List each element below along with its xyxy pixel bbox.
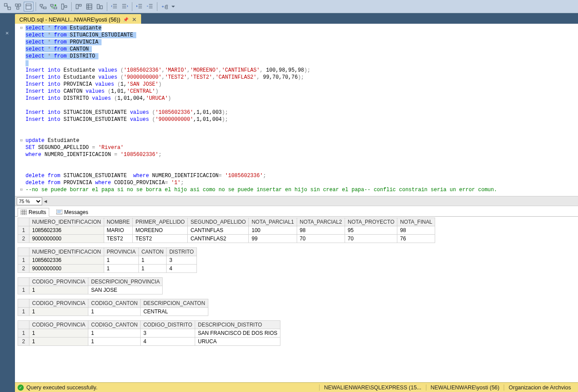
result-grid-2[interactable]: NUMERO_IDENTIFICACIONPROVINCIACANTONDIST… [18, 247, 197, 273]
toolbar-btn-2[interactable] [13, 2, 23, 11]
column-header[interactable]: NOTA_PROYECTO [345, 218, 397, 226]
cell[interactable]: 1 [104, 256, 138, 265]
cell[interactable]: 98 [297, 226, 345, 235]
toolbar-btn-5[interactable] [49, 2, 58, 11]
sql-editor[interactable]: ⊟select * from Estudiante select * from … [15, 24, 578, 196]
cell[interactable]: 4 [141, 338, 195, 346]
svg-rect-20 [97, 4, 99, 9]
table-row[interactable]: 29000000000114 [18, 265, 197, 273]
toolbar-dropdown-icon[interactable] [170, 2, 176, 11]
result-grid-1[interactable]: NUMERO_IDENTIFICACIONNOMBREPRIMER_APELLI… [18, 218, 435, 243]
uncomment-icon[interactable] [145, 2, 155, 11]
cell[interactable]: CANTINFLAS2 [188, 235, 249, 243]
cell[interactable]: 3 [167, 256, 197, 265]
cell[interactable]: SAN FRANCISCO DE DOS RIOS [195, 329, 280, 338]
outdent-icon[interactable] [109, 2, 119, 11]
toolbar-btn-3[interactable] [24, 2, 33, 11]
column-header[interactable]: NOTA_FINAL [397, 218, 435, 226]
cell[interactable]: 1 [29, 329, 88, 338]
cell[interactable]: 100 [249, 226, 297, 235]
cell[interactable]: 3 [141, 329, 195, 338]
toolbar-btn-6[interactable] [59, 2, 69, 11]
column-header[interactable]: NOTA_PARCIAL1 [249, 218, 297, 226]
table-row[interactable]: 29000000000TEST2TEST2CANTINFLAS299707076 [18, 235, 435, 243]
cell[interactable]: 1 [88, 338, 141, 346]
column-header[interactable]: DESCRIPCION_DISTRITO [195, 321, 280, 329]
results-body[interactable]: NUMERO_IDENTIFICACIONNOMBREPRIMER_APELLI… [15, 217, 578, 382]
svg-text:@: @ [164, 4, 168, 9]
result-grid-5[interactable]: CODIGO_PROVINCIACODIGO_CANTONCODIGO_DIST… [18, 320, 280, 346]
cell[interactable]: 1085602336 [29, 226, 104, 235]
zoom-select[interactable]: 75 % [17, 197, 42, 205]
column-header[interactable]: CODIGO_PROVINCIA [29, 278, 88, 286]
cell[interactable]: CENTRAL [141, 308, 208, 316]
cell[interactable]: 99 [249, 235, 297, 243]
toolbar: @ [0, 0, 578, 13]
cell[interactable]: 1 [88, 308, 141, 316]
cell[interactable]: 9000000000 [29, 235, 104, 243]
column-header[interactable]: DISTRITO [167, 248, 197, 256]
cell[interactable]: TEST2 [104, 235, 133, 243]
cell[interactable]: 1 [138, 265, 166, 273]
table-row[interactable]: 11SAN JOSE [18, 286, 163, 294]
column-header[interactable]: NUMERO_IDENTIFICACION [29, 218, 104, 226]
table-row[interactable]: 11085602336113 [18, 256, 197, 265]
column-header[interactable]: CODIGO_DISTRITO [141, 321, 195, 329]
tab-messages[interactable]: Messages [54, 208, 91, 216]
column-header[interactable]: DESCRIPCION_PROVINCIA [88, 278, 163, 286]
table-row[interactable]: 111CENTRAL [18, 308, 208, 316]
cell[interactable]: 1 [104, 265, 138, 273]
panel-close-icon[interactable]: ✕ [3, 31, 11, 37]
toolbar-btn-7[interactable] [74, 2, 84, 11]
cell[interactable]: URUCA [195, 338, 280, 346]
column-header[interactable]: CANTON [138, 248, 166, 256]
result-grid-4[interactable]: CODIGO_PROVINCIACODIGO_CANTONDESCRIPCION… [18, 299, 208, 316]
column-header[interactable]: NOTA_PARCIAL2 [297, 218, 345, 226]
column-header[interactable]: CODIGO_CANTON [88, 321, 141, 329]
cell[interactable]: 1 [29, 286, 88, 294]
cell[interactable]: 98 [397, 226, 435, 235]
column-header[interactable]: NUMERO_IDENTIFICACION [29, 248, 104, 256]
cell[interactable]: MARIO [104, 226, 133, 235]
table-row[interactable]: 1113SAN FRANCISCO DE DOS RIOS [18, 329, 280, 338]
scroll-left-icon[interactable]: ◀ [44, 199, 47, 203]
toolbar-btn-8[interactable] [84, 2, 94, 11]
column-header[interactable]: PROVINCIA [104, 248, 138, 256]
cell[interactable]: 70 [345, 235, 397, 243]
column-header[interactable]: CODIGO_PROVINCIA [29, 321, 88, 329]
cell[interactable]: 95 [345, 226, 397, 235]
cell[interactable]: CANTINFLAS [188, 226, 249, 235]
toolbar-btn-9[interactable] [95, 2, 105, 11]
comment-icon[interactable] [135, 2, 144, 11]
column-header[interactable]: CODIGO_CANTON [88, 299, 141, 308]
cell[interactable]: 1 [29, 338, 88, 346]
column-header[interactable]: SEGUNDO_APELLIDO [188, 218, 249, 226]
cell[interactable]: TEST2 [133, 235, 188, 243]
table-row[interactable]: 2114URUCA [18, 338, 280, 346]
tab-crud-sql[interactable]: CRUD.sql - NEWALI...NWARE\yosti (56)) 📌 … [15, 14, 141, 24]
cell[interactable]: 1 [29, 308, 88, 316]
indent-icon[interactable] [120, 2, 130, 11]
cell[interactable]: 1 [88, 329, 141, 338]
cell[interactable]: 4 [167, 265, 197, 273]
cell[interactable]: 1 [138, 256, 166, 265]
column-header[interactable]: PRIMER_APELLIDO [133, 218, 188, 226]
svg-rect-21 [100, 6, 102, 9]
column-header[interactable]: DESCRIPCION_CANTON [141, 299, 208, 308]
toolbar-btn-4[interactable] [38, 2, 48, 11]
column-header[interactable]: NOMBRE [104, 218, 133, 226]
cell[interactable]: 76 [397, 235, 435, 243]
close-icon[interactable]: ✕ [131, 16, 138, 23]
toolbar-btn-at[interactable]: @ [160, 2, 169, 11]
cell[interactable]: 9000000000 [29, 265, 104, 273]
cell[interactable]: MOREENO [133, 226, 188, 235]
pin-icon[interactable]: 📌 [123, 17, 128, 22]
toolbar-btn-1[interactable] [3, 2, 12, 11]
result-grid-3[interactable]: CODIGO_PROVINCIADESCRIPCION_PROVINCIA11S… [18, 277, 163, 294]
cell[interactable]: 1085602336 [29, 256, 104, 265]
cell[interactable]: SAN JOSE [88, 286, 163, 294]
cell[interactable]: 70 [297, 235, 345, 243]
table-row[interactable]: 11085602336MARIOMOREENOCANTINFLAS1009895… [18, 226, 435, 235]
tab-results[interactable]: Results [18, 208, 49, 217]
column-header[interactable]: CODIGO_PROVINCIA [29, 299, 88, 308]
